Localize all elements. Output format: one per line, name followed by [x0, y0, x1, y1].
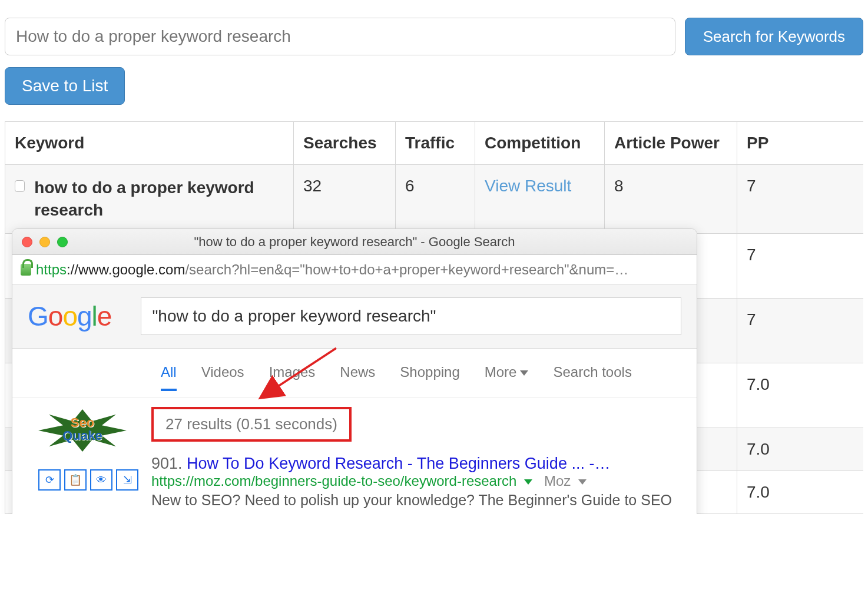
url-host: ://www.google.com: [67, 261, 185, 277]
cell-pp: 7.0: [737, 428, 864, 471]
browser-window: "how to do a proper keyword research" - …: [12, 228, 697, 514]
col-article-power[interactable]: Article Power: [605, 122, 737, 165]
export-icon[interactable]: ⇲: [116, 469, 138, 491]
table-row: how to do a proper keyword research 32 6…: [5, 165, 864, 234]
result-snippet: New to SEO? Need to polish up your knowl…: [151, 491, 684, 514]
google-logo: Google: [28, 300, 111, 332]
keyword-text: how to do a proper keyword research: [34, 177, 284, 221]
seoquake-icon: SeoQuake: [38, 409, 127, 452]
cell-pp: 7.0: [737, 363, 864, 428]
chevron-down-icon: [520, 370, 528, 376]
tab-images[interactable]: Images: [269, 364, 316, 391]
result-url[interactable]: https://moz.com/beginners-guide-to-seo/k…: [151, 473, 516, 489]
url-scheme: https: [36, 261, 67, 277]
cell-searches: 32: [294, 165, 396, 234]
window-close-icon[interactable]: [22, 237, 32, 247]
tab-shopping[interactable]: Shopping: [400, 364, 459, 391]
col-keyword[interactable]: Keyword: [5, 122, 294, 165]
chevron-down-icon[interactable]: [524, 479, 532, 485]
cell-pp: 7.0: [737, 471, 864, 513]
window-title: "how to do a proper keyword research" - …: [19, 234, 690, 250]
col-searches[interactable]: Searches: [294, 122, 396, 165]
result-stats: 27 results (0.51 seconds): [151, 407, 352, 442]
cell-article-power: 8: [605, 165, 737, 234]
save-to-list-button[interactable]: Save to List: [5, 67, 125, 105]
result-title-link[interactable]: How To Do Keyword Research - The Beginne…: [187, 455, 610, 472]
col-pp[interactable]: PP: [737, 122, 864, 165]
refresh-icon[interactable]: ⟳: [38, 469, 61, 491]
chevron-down-icon[interactable]: [578, 479, 587, 485]
tab-videos[interactable]: Videos: [201, 364, 244, 391]
google-search-input[interactable]: [141, 297, 681, 335]
url-path: /search?hl=en&q="how+to+do+a+proper+keyw…: [185, 261, 628, 277]
col-competition[interactable]: Competition: [475, 122, 605, 165]
cell-pp: 7: [737, 165, 864, 234]
clipboard-icon[interactable]: 📋: [64, 469, 87, 491]
window-minimize-icon[interactable]: [39, 237, 50, 247]
window-zoom-icon[interactable]: [57, 237, 68, 247]
col-traffic[interactable]: Traffic: [396, 122, 475, 165]
cell-pp: 7: [737, 298, 864, 363]
search-keywords-button[interactable]: Search for Keywords: [685, 18, 863, 55]
result-site: Moz: [544, 473, 571, 489]
tab-news[interactable]: News: [340, 364, 375, 391]
search-result: 901. How To Do Keyword Research - The Be…: [151, 455, 684, 514]
cell-pp: 7: [737, 233, 864, 298]
view-result-link[interactable]: View Result: [485, 177, 571, 195]
tab-more[interactable]: More: [485, 364, 529, 391]
row-checkbox[interactable]: [15, 180, 25, 192]
table-header-row: Keyword Searches Traffic Competition Art…: [5, 122, 864, 165]
eye-icon[interactable]: 👁: [90, 469, 112, 491]
cell-traffic: 6: [396, 165, 475, 234]
keyword-search-input[interactable]: [5, 18, 675, 55]
lock-icon: [21, 264, 31, 276]
tab-search-tools[interactable]: Search tools: [553, 364, 631, 391]
result-number: 901.: [151, 455, 183, 472]
tab-all[interactable]: All: [161, 364, 177, 391]
